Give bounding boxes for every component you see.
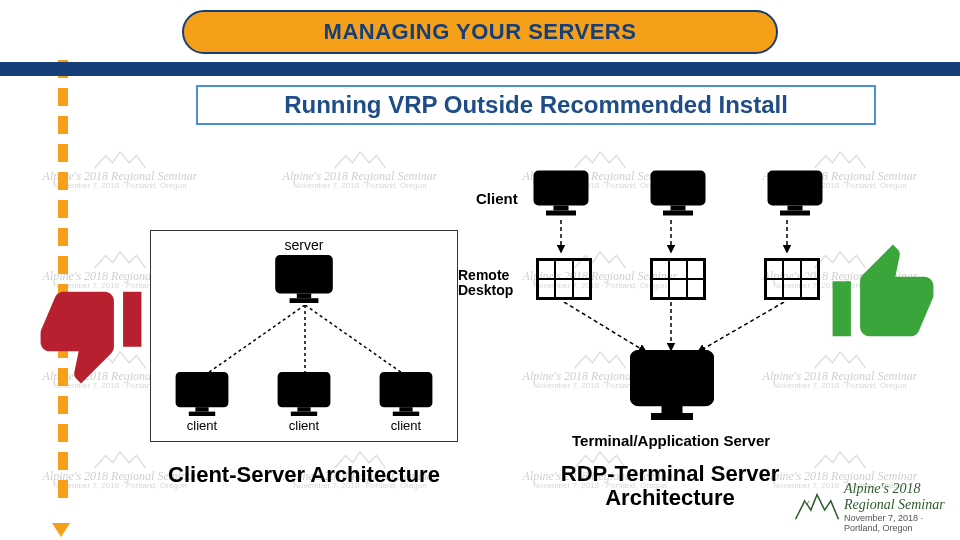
thumb-up-icon [828,230,938,360]
svg-line-30 [698,302,784,352]
server-monitor-icon: >_ [630,350,714,420]
svg-rect-7 [178,374,226,405]
svg-rect-17 [554,206,569,211]
subtitle-text: Running VRP Outside Recommended Install [284,91,788,119]
right-caption: RDP-Terminal Server Architecture [520,462,820,510]
server-label: server [151,231,457,253]
title-banner: MANAGING YOUR SERVERS [182,10,778,54]
client-row-label: Client [476,190,518,207]
svg-text:>_: >_ [657,366,687,395]
svg-rect-18 [546,211,576,216]
svg-line-4 [205,305,305,375]
svg-rect-19 [653,173,703,203]
svg-rect-15 [393,412,419,416]
event-subtitle: November 7, 2018 · Portland, Oregon [844,513,954,533]
svg-line-6 [305,305,405,375]
svg-rect-33 [651,413,693,420]
remote-row-label: RemoteDesktop [458,268,513,299]
subtitle-bar: Running VRP Outside Recommended Install [196,85,876,125]
svg-text:>_: >_ [292,263,316,286]
monitor-icon: >_ [275,255,333,303]
monitor-icon [530,168,592,218]
event-title: Alpine's 2018 Regional Seminar [844,481,954,513]
svg-rect-11 [297,407,310,411]
svg-rect-12 [291,412,317,416]
svg-rect-2 [290,298,319,303]
svg-rect-16 [536,173,586,203]
remote-desktop-icon [764,258,820,300]
svg-rect-32 [662,406,683,413]
client-node: client [277,372,331,433]
svg-rect-14 [399,407,412,411]
arrows-tier1 [506,220,836,260]
svg-rect-13 [382,374,430,405]
left-caption: Client-Server Architecture [150,462,458,488]
svg-line-28 [564,302,646,352]
header-stripe [0,62,960,76]
slide: Alpine's 2018 Regional SeminarNovember 7… [0,0,960,540]
remote-desktop-icon [650,258,706,300]
svg-rect-10 [280,374,328,405]
client-server-diagram: server >_ client client client [150,230,458,442]
svg-rect-23 [788,206,803,211]
event-logo: Alpine's 2018 Regional Seminar November … [794,480,954,534]
svg-rect-21 [663,211,693,216]
thumb-down-icon [36,268,146,398]
mountain-icon [794,489,840,525]
svg-rect-24 [780,211,810,216]
rdp-terminal-diagram: Client RemoteDesktop >_ [506,150,836,480]
svg-rect-9 [189,412,215,416]
server-label: Terminal/Application Server [572,432,770,449]
mountain-icon [91,150,149,170]
monitor-icon [175,372,229,416]
svg-rect-20 [671,206,686,211]
title-text: MANAGING YOUR SERVERS [324,19,637,45]
svg-rect-22 [770,173,820,203]
svg-rect-8 [195,407,208,411]
client-node: client [175,372,229,433]
remote-desktop-icon [536,258,592,300]
svg-rect-1 [297,293,311,298]
client-node: client [379,372,433,433]
